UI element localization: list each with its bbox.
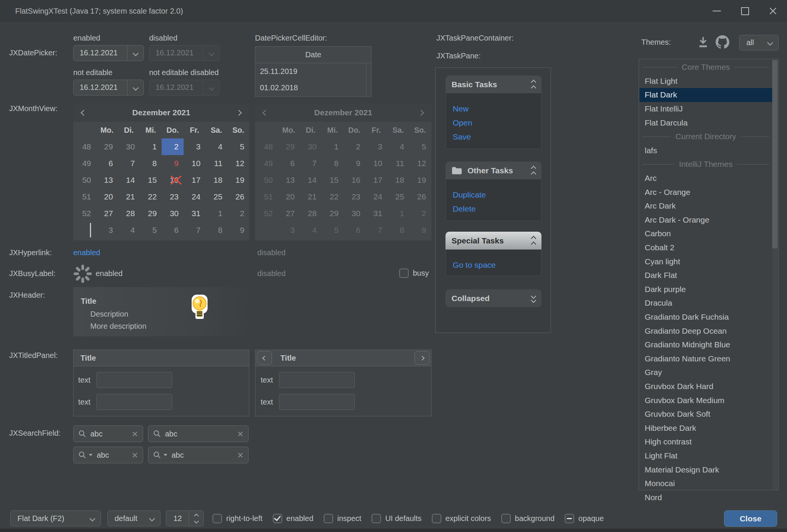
hyperlink-enabled[interactable]: enabled <box>73 248 100 257</box>
chevron-down-icon[interactable] <box>127 46 143 61</box>
checkbox-box[interactable] <box>371 514 381 523</box>
day-cell[interactable]: 6 <box>162 222 184 239</box>
theme-list-item[interactable]: Gradianto Deep Ocean <box>639 324 772 338</box>
day-cell[interactable]: 15 <box>140 172 162 188</box>
option-checkbox-ui-defaults[interactable]: UI defaults <box>371 514 422 523</box>
day-cell[interactable]: 7 <box>118 155 140 172</box>
day-cell[interactable]: 12 <box>227 155 249 172</box>
search-field-with-menu[interactable]: abc <box>148 447 249 463</box>
day-cell[interactable]: 9 <box>227 222 249 239</box>
theme-list-item[interactable]: lafs <box>639 144 772 158</box>
search-field-with-menu[interactable]: abc <box>73 447 143 463</box>
taskpane-header[interactable]: Special Tasks <box>445 232 541 250</box>
day-cell[interactable]: 23 <box>162 188 184 205</box>
option-checkbox-inspect[interactable]: inspect <box>324 514 361 523</box>
task-link[interactable]: Go to space <box>453 258 534 272</box>
collapse-icon[interactable] <box>532 235 535 246</box>
search-field[interactable]: abc <box>73 425 143 442</box>
font-size-spinner[interactable]: 12 <box>166 510 204 526</box>
theme-list-item[interactable]: Dark Flat <box>639 268 772 282</box>
theme-list-item[interactable]: Light Flat <box>639 449 772 463</box>
search-menu-icon[interactable] <box>79 451 86 459</box>
day-cell[interactable]: 30 <box>162 205 184 222</box>
text-input[interactable] <box>96 394 172 410</box>
day-cell[interactable]: 20 <box>96 188 118 205</box>
day-cell[interactable]: 5 <box>227 138 249 155</box>
day-cell[interactable]: 5 <box>140 222 162 239</box>
theme-list-item[interactable]: Cyan light <box>639 254 772 268</box>
spinner-buttons[interactable] <box>189 511 203 526</box>
theme-list-item[interactable]: Flat IntelliJ <box>639 102 772 116</box>
expand-icon[interactable] <box>532 294 535 302</box>
spinner-down-icon[interactable] <box>194 519 199 524</box>
day-cell[interactable]: 10 <box>184 155 206 172</box>
day-cell[interactable]: 4 <box>205 138 227 155</box>
theme-list-item[interactable]: Flat Dark <box>639 88 772 102</box>
day-cell[interactable]: 3 <box>96 222 118 239</box>
clear-icon[interactable] <box>132 431 138 437</box>
day-cell[interactable]: 28 <box>118 205 140 222</box>
day-cell[interactable]: 16 <box>162 172 184 188</box>
checkbox-box[interactable] <box>212 514 222 523</box>
theme-list-item[interactable]: Monocai <box>639 477 772 491</box>
theme-list-item[interactable]: Hiberbee Dark <box>639 421 772 435</box>
day-cell[interactable]: 13 <box>96 172 118 188</box>
theme-list-item[interactable]: Nord <box>639 490 772 504</box>
day-cell[interactable]: 25 <box>205 188 227 205</box>
checkbox-box[interactable] <box>565 514 574 523</box>
scrollbar-thumb[interactable] <box>772 60 778 248</box>
theme-list-item[interactable]: Arc <box>639 171 772 185</box>
day-cell[interactable]: 3 <box>184 138 206 155</box>
busy-checkbox[interactable]: busy <box>399 268 429 278</box>
datepicker-enabled[interactable]: 16.12.2021 <box>73 45 144 61</box>
day-cell[interactable]: 2 <box>227 205 249 222</box>
text-input[interactable] <box>96 372 172 388</box>
text-input[interactable] <box>279 394 355 410</box>
option-checkbox-explicit-colors[interactable]: explicit colors <box>432 514 491 523</box>
day-cell[interactable]: 18 <box>205 172 227 188</box>
taskpane-header[interactable]: Collapsed <box>445 289 541 307</box>
day-cell[interactable]: 14 <box>118 172 140 188</box>
day-cell[interactable]: 27 <box>96 205 118 222</box>
theme-list-item[interactable]: Dracula <box>639 296 772 310</box>
day-cell[interactable]: 24 <box>184 188 206 205</box>
theme-list-item[interactable]: Material Design Dark <box>639 463 772 477</box>
checkbox-box[interactable] <box>501 514 511 523</box>
checkbox-box[interactable] <box>432 514 441 523</box>
checkbox-box[interactable] <box>324 514 333 523</box>
task-link[interactable]: Duplicate <box>453 188 534 202</box>
theme-list-item[interactable]: Flat Light <box>639 74 772 88</box>
option-checkbox-right-to-left[interactable]: right-to-left <box>212 514 263 523</box>
option-checkbox-enabled[interactable]: enabled <box>273 514 313 523</box>
day-cell[interactable]: 29 <box>140 205 162 222</box>
day-cell[interactable]: 22 <box>140 188 162 205</box>
github-icon[interactable] <box>716 35 729 49</box>
task-link[interactable]: New <box>453 102 534 116</box>
day-cell[interactable]: 19 <box>227 172 249 188</box>
option-checkbox-background[interactable]: background <box>501 514 555 523</box>
spinner-up-icon[interactable] <box>194 513 199 518</box>
day-cell[interactable]: 9 <box>162 155 184 172</box>
search-field[interactable]: abc <box>148 425 249 442</box>
close-button[interactable] <box>759 0 787 22</box>
day-cell[interactable]: 8 <box>205 222 227 239</box>
theme-list-item[interactable]: Gruvbox Dark Medium <box>639 393 772 407</box>
option-checkbox-opaque[interactable]: opaque <box>565 514 604 523</box>
checkbox-box[interactable] <box>399 268 409 278</box>
task-link[interactable]: Save <box>453 130 534 144</box>
day-cell[interactable]: 29 <box>96 138 118 155</box>
task-link[interactable]: Delete <box>453 202 534 216</box>
theme-list-item[interactable]: Gradianto Nature Green <box>639 352 772 366</box>
day-cell[interactable]: 1 <box>205 205 227 222</box>
clear-icon[interactable] <box>132 452 138 458</box>
table-row[interactable]: 25.11.2019 <box>255 63 371 80</box>
table-row[interactable]: 01.02.2018 <box>255 80 371 96</box>
theme-list-item[interactable]: Cobalt 2 <box>639 241 772 255</box>
theme-list-item[interactable]: Gruvbox Dark Soft <box>639 407 772 421</box>
day-cell[interactable]: 31 <box>184 205 206 222</box>
taskpane-header[interactable]: Basic Tasks <box>445 75 541 93</box>
collapse-icon[interactable] <box>532 79 535 90</box>
clear-icon[interactable] <box>238 452 243 458</box>
day-cell[interactable]: 1 <box>140 138 162 155</box>
scrollbar-track[interactable] <box>773 60 778 490</box>
